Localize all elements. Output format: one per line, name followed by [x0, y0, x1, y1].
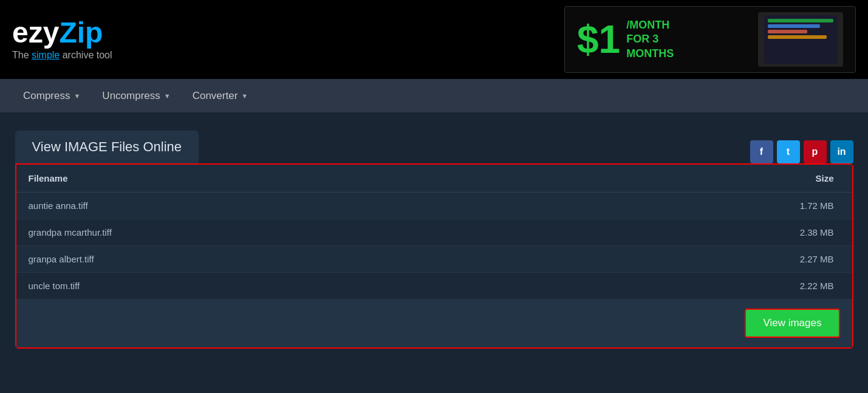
ad-screen: [764, 15, 837, 64]
table-row: grandpa mcarthur.tiff2.38 MB: [16, 219, 852, 246]
logo-ezy: ezy: [12, 16, 59, 49]
logo: ezyZip: [12, 18, 112, 47]
header: ezyZip The simple archive tool $1 /MONTH…: [0, 0, 868, 79]
tagline-rest: archive tool: [60, 50, 112, 60]
table-row: uncle tom.tiff2.22 MB: [16, 273, 852, 299]
pinterest-icon[interactable]: p: [804, 140, 827, 163]
navbar: Compress ▼ Uncompress ▼ Converter ▼: [0, 79, 868, 112]
nav-converter[interactable]: Converter ▼: [182, 79, 259, 112]
page-title: View IMAGE Files Online: [32, 139, 182, 154]
ad-price: $1 /MONTH FOR 3 MONTHS: [577, 18, 674, 61]
ad-line1: /MONTH: [626, 18, 674, 32]
ad-banner[interactable]: $1 /MONTH FOR 3 MONTHS: [564, 6, 856, 73]
title-row: View IMAGE Files Online f t p in: [15, 131, 853, 163]
ad-bar-2: [768, 24, 820, 28]
twitter-icon[interactable]: t: [777, 140, 800, 163]
uncompress-arrow-icon: ▼: [164, 92, 171, 100]
cell-size: 2.38 MB: [539, 219, 852, 246]
bottom-bar: View images: [16, 299, 852, 347]
linkedin-icon[interactable]: in: [830, 140, 853, 163]
social-icons: f t p in: [750, 140, 853, 163]
nav-uncompress[interactable]: Uncompress ▼: [91, 79, 181, 112]
view-images-button[interactable]: View images: [745, 309, 839, 338]
file-table: Filename Size auntie anna.tiff1.72 MBgra…: [16, 165, 852, 299]
ad-line3: MONTHS: [626, 47, 674, 61]
table-header: Filename Size: [16, 165, 852, 193]
nav-uncompress-label: Uncompress: [102, 90, 160, 102]
cell-filename: uncle tom.tiff: [16, 273, 540, 299]
page-title-card: View IMAGE Files Online: [15, 131, 199, 163]
logo-zip: Zip: [59, 16, 103, 49]
converter-arrow-icon: ▼: [241, 92, 248, 100]
tagline-simple: simple: [32, 50, 60, 60]
compress-arrow-icon: ▼: [73, 92, 80, 100]
ad-image: [758, 12, 843, 67]
col-filename: Filename: [16, 165, 540, 193]
table-row: auntie anna.tiff1.72 MB: [16, 193, 852, 219]
ad-bar-4: [768, 35, 827, 39]
facebook-icon[interactable]: f: [750, 140, 773, 163]
logo-area: ezyZip The simple archive tool: [12, 18, 112, 61]
cell-filename: auntie anna.tiff: [16, 193, 540, 219]
nav-compress[interactable]: Compress ▼: [12, 79, 91, 112]
nav-converter-label: Converter: [193, 90, 238, 102]
ad-bar-3: [768, 30, 807, 33]
tagline-plain: The: [12, 50, 32, 60]
cell-filename: grandpa mcarthur.tiff: [16, 219, 540, 246]
content-area: Filename Size auntie anna.tiff1.72 MBgra…: [15, 163, 853, 349]
col-size: Size: [539, 165, 852, 193]
ad-line2: FOR 3: [626, 32, 674, 46]
logo-tagline: The simple archive tool: [12, 50, 112, 61]
cell-size: 2.27 MB: [539, 246, 852, 273]
main-content: View IMAGE Files Online f t p in: [0, 112, 868, 361]
ad-bar-1: [768, 19, 833, 22]
wrapper: View IMAGE Files Online f t p in: [15, 131, 853, 349]
table-row: granpa albert.tiff2.27 MB: [16, 246, 852, 273]
ad-details: /MONTH FOR 3 MONTHS: [626, 18, 674, 61]
cell-size: 2.22 MB: [539, 273, 852, 299]
cell-filename: granpa albert.tiff: [16, 246, 540, 273]
table-header-row: Filename Size: [16, 165, 852, 193]
cell-size: 1.72 MB: [539, 193, 852, 219]
ad-dollar: $1: [577, 20, 620, 59]
nav-compress-label: Compress: [23, 90, 70, 102]
table-body: auntie anna.tiff1.72 MBgrandpa mcarthur.…: [16, 193, 852, 299]
